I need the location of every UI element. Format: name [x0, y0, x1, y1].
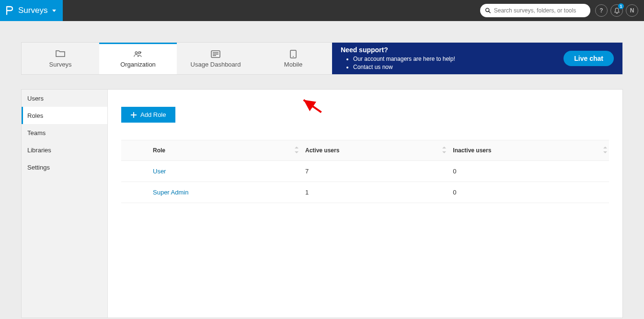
live-chat-button[interactable]: Live chat [564, 51, 614, 66]
people-icon [133, 50, 143, 58]
cell-active: 1 [300, 182, 438, 203]
tab-surveys[interactable]: Surveys [22, 43, 99, 74]
top-header: Surveys ? 1 N [0, 0, 644, 21]
brand-label: Surveys [18, 6, 47, 15]
roles-table: Role Active users Inactive users User 7 [121, 140, 609, 203]
sort-icon[interactable] [438, 140, 448, 161]
plus-icon [131, 112, 137, 118]
notifications-button[interactable]: 1 [610, 4, 623, 17]
table-row: Super Admin 1 0 [121, 182, 609, 203]
help-icon: ? [599, 7, 603, 14]
sidebar-item-libraries[interactable]: Libraries [22, 141, 107, 159]
search-icon [485, 7, 491, 14]
sidebar-item-teams[interactable]: Teams [22, 124, 107, 141]
phone-icon [288, 50, 298, 58]
support-title: Need support? [341, 46, 564, 54]
article-icon [211, 50, 220, 58]
svg-point-2 [135, 52, 138, 54]
tab-label: Usage Dashboard [191, 61, 241, 68]
brand-menu[interactable]: Surveys [0, 0, 63, 21]
role-link-superadmin[interactable]: Super Admin [153, 189, 188, 196]
arrow-annotation-icon [296, 91, 327, 120]
side-nav: Users Roles Teams Libraries Settings [22, 90, 108, 318]
sort-icon[interactable] [291, 140, 300, 161]
tab-mobile[interactable]: Mobile [254, 43, 332, 74]
th-role[interactable]: Role [148, 140, 291, 161]
tab-label: Surveys [49, 61, 72, 68]
notification-badge: 1 [618, 3, 624, 9]
search-container[interactable] [480, 4, 590, 17]
tab-label: Organization [120, 61, 156, 68]
tab-organization[interactable]: Organization [99, 43, 177, 74]
tab-usage-dashboard[interactable]: Usage Dashboard [177, 43, 254, 74]
folder-icon [56, 50, 65, 58]
sort-icon[interactable] [599, 140, 609, 161]
content-shell: Surveys Organization Usage Dashboard Mob… [0, 21, 644, 318]
add-role-label: Add Role [140, 111, 166, 118]
avatar-button[interactable]: N [626, 4, 638, 17]
top-nav: Surveys Organization Usage Dashboard Mob… [21, 42, 623, 75]
sidebar-item-settings[interactable]: Settings [22, 159, 107, 176]
svg-line-1 [489, 11, 490, 13]
panel-body: Add Role Role Active users Inactive user… [108, 90, 622, 318]
main-panel: Users Roles Teams Libraries Settings Add… [21, 89, 623, 318]
sidebar-item-roles[interactable]: Roles [22, 107, 107, 124]
cell-inactive: 0 [448, 182, 599, 203]
support-banner: Need support? Our account managers are h… [332, 43, 622, 74]
help-button[interactable]: ? [595, 4, 608, 17]
svg-line-10 [304, 100, 322, 113]
th-active-users[interactable]: Active users [300, 140, 438, 161]
table-row: User 7 0 [121, 161, 609, 182]
tab-label: Mobile [284, 61, 302, 68]
sidebar-item-users[interactable]: Users [22, 90, 107, 107]
chevron-down-icon [52, 10, 56, 12]
search-input[interactable] [494, 7, 586, 14]
cell-inactive: 0 [448, 161, 599, 182]
cell-active: 7 [300, 161, 438, 182]
svg-point-9 [293, 56, 294, 57]
brand-logo-icon [6, 5, 13, 16]
th-inactive-users[interactable]: Inactive users [448, 140, 599, 161]
avatar-initial: N [630, 7, 634, 14]
svg-point-3 [138, 52, 140, 54]
add-role-button[interactable]: Add Role [121, 107, 175, 123]
role-link-user[interactable]: User [153, 168, 166, 175]
support-lines: Our account managers are here to help! C… [341, 55, 564, 71]
